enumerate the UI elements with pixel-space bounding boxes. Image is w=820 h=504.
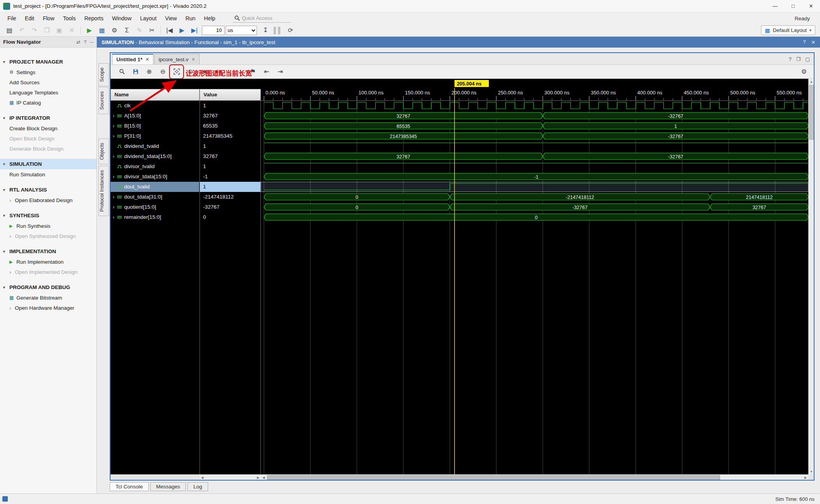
expand-icon[interactable]: ›	[111, 192, 117, 202]
waveform-canvas[interactable]: 0.000 ns50.000 ns100.000 ns150.000 ns200…	[261, 79, 808, 480]
signal-name-row[interactable]: dout_tvalid	[111, 182, 199, 192]
signal-name-row[interactable]: divisor_tvalid	[111, 161, 199, 172]
undo-icon[interactable]: ↶	[16, 25, 28, 35]
section-collapse-icon[interactable]: ▾	[3, 249, 9, 254]
menu-edit[interactable]: Edit	[21, 14, 39, 23]
side-tab-protocol-instances[interactable]: Protocol Instances	[98, 166, 109, 216]
run-time-input[interactable]	[202, 26, 225, 35]
section-collapse-icon[interactable]: ▾	[3, 60, 9, 64]
side-tab-scope[interactable]: Scope	[98, 63, 109, 86]
find-icon[interactable]	[116, 66, 128, 78]
menu-run[interactable]: Run	[181, 14, 200, 23]
close-button[interactable]: ✕	[802, 0, 820, 12]
zoom-to-cursor-icon[interactable]: ⊙	[184, 66, 196, 78]
flow-section-program-and-debug[interactable]: ▾PROGRAM AND DEBUG	[0, 282, 96, 293]
waveform-svg[interactable]: 0.000 ns50.000 ns100.000 ns150.000 ns200…	[261, 79, 808, 474]
restart-simulation-icon[interactable]: |◀	[164, 25, 175, 35]
signal-name-row[interactable]: ›dout_tdata[31:0]	[111, 192, 199, 202]
tab-ipcore-test-v[interactable]: ipcore_test.v✕	[154, 54, 200, 64]
help-icon[interactable]: ?	[803, 39, 806, 45]
scroll-up-icon[interactable]: ▲	[809, 79, 814, 84]
signal-name-row[interactable]: ›P[31:0]	[111, 131, 199, 141]
expand-icon[interactable]: ›	[9, 197, 15, 203]
scroll-right-icon[interactable]: ▶	[255, 475, 261, 480]
add-marker-icon[interactable]: ⚑	[247, 66, 259, 78]
menu-view[interactable]: View	[161, 14, 181, 23]
signal-name-row[interactable]: ›divisor_tdata[15:0]	[111, 172, 199, 182]
name-column-header[interactable]: Name	[111, 89, 200, 101]
run-design-icon[interactable]: ▶	[84, 25, 95, 35]
menu-file[interactable]: File	[3, 14, 21, 23]
value-column-scrollbar[interactable]: ◀ ▶	[200, 474, 261, 480]
layout-selector[interactable]: ▦ Default Layout ▾	[761, 25, 815, 35]
flow-section-implementation[interactable]: ▾IMPLEMENTATION	[0, 246, 96, 257]
expand-icon[interactable]: ›	[111, 202, 117, 212]
expand-icon[interactable]: ›	[111, 131, 117, 141]
expand-icon[interactable]: ›	[111, 172, 117, 182]
help-icon[interactable]: ?	[789, 57, 791, 62]
expand-icon[interactable]: ›	[111, 121, 117, 131]
expand-icon[interactable]: ›	[111, 212, 117, 222]
close-icon[interactable]: ✕	[192, 57, 195, 62]
scroll-right-icon[interactable]: ▶	[803, 475, 808, 480]
previous-transition-icon[interactable]: ⇤	[261, 66, 273, 78]
menu-help[interactable]: Help	[200, 14, 220, 23]
flow-item-open-block-design[interactable]: Open Block Design	[0, 133, 96, 144]
flow-item-create-block-design[interactable]: Create Block Design	[0, 123, 96, 133]
flow-item-open-implemented-design[interactable]: ›Open Implemented Design	[0, 267, 96, 277]
maximize-button[interactable]: □	[784, 0, 802, 12]
scroll-down-icon[interactable]: ▼	[809, 469, 814, 474]
signal-name-row[interactable]: ›remainder[15:0]	[111, 212, 199, 222]
flow-item-run-implementation[interactable]: ▶Run Implementation	[0, 257, 96, 267]
flow-item-ip-catalog[interactable]: ▦IP Catalog	[0, 98, 96, 108]
signal-value-cell[interactable]: 0	[200, 212, 260, 222]
signal-value-cell[interactable]: 32767	[200, 111, 260, 121]
debug-probe-icon[interactable]: ✂	[146, 25, 158, 35]
tab-untitled-1[interactable]: Untitled 1*✕	[112, 54, 153, 64]
wave-settings-gear-icon[interactable]: ⚙	[798, 66, 810, 78]
section-collapse-icon[interactable]: ▾	[3, 162, 9, 166]
run-for-time-icon[interactable]: ▶|	[189, 25, 200, 35]
expand-icon[interactable]: ›	[111, 111, 117, 121]
console-tab-tcl-console[interactable]: Tcl Console	[110, 482, 149, 491]
signal-value-cell[interactable]: -1	[200, 172, 260, 182]
flow-item-add-sources[interactable]: Add Sources	[0, 77, 96, 87]
swap-icon[interactable]: ⇄	[77, 39, 80, 45]
scrollbar-thumb[interactable]	[809, 85, 814, 140]
menu-tools[interactable]: Tools	[59, 14, 80, 23]
flow-item-settings[interactable]: ⚙Settings	[0, 67, 96, 77]
flow-item-generate-block-design[interactable]: Generate Block Design	[0, 144, 96, 154]
zoom-fit-icon[interactable]	[171, 66, 182, 78]
flow-section-rtl-analysis[interactable]: ▾RTL ANALYSIS	[0, 185, 96, 195]
section-collapse-icon[interactable]: ▾	[3, 188, 9, 192]
pause-icon[interactable]: ▌▌	[272, 25, 284, 35]
signal-value-cell[interactable]: 65535	[200, 121, 260, 131]
flow-section-simulation[interactable]: ▾SIMULATION	[0, 159, 96, 169]
value-column-header[interactable]: Value	[200, 89, 261, 101]
save-wave-config-icon[interactable]	[130, 66, 141, 78]
quick-access-box[interactable]	[233, 14, 291, 23]
quick-access-input[interactable]	[242, 15, 288, 21]
signal-value-cell[interactable]: -2147418112	[200, 192, 260, 202]
signal-value-cell[interactable]: -32767	[200, 202, 260, 212]
run-all-icon[interactable]: ▶	[176, 25, 188, 35]
flow-item-language-templates[interactable]: Language Templates	[0, 87, 96, 98]
menu-layout[interactable]: Layout	[136, 14, 161, 23]
menu-flow[interactable]: Flow	[39, 14, 59, 23]
paste-icon[interactable]: ▣	[53, 25, 65, 35]
signal-name-row[interactable]: clk	[111, 101, 199, 111]
console-tab-messages[interactable]: Messages	[150, 482, 186, 491]
float-icon[interactable]: ❐	[796, 56, 800, 62]
scrollbar-thumb[interactable]	[267, 475, 720, 480]
expand-icon[interactable]: ›	[9, 233, 15, 239]
flow-item-run-synthesis[interactable]: ▶Run Synthesis	[0, 221, 96, 231]
signal-name-row[interactable]: ›A[15:0]	[111, 111, 199, 121]
flow-item-open-synthesized-design[interactable]: ›Open Synthesized Design	[0, 231, 96, 241]
go-to-time-zero-icon[interactable]: |◀	[198, 66, 210, 78]
zoom-out-icon[interactable]: ⊖	[157, 66, 169, 78]
signal-name-row[interactable]: ›dividend_tdata[15:0]	[111, 151, 199, 161]
copy-icon[interactable]: ❐	[41, 25, 53, 35]
time-unit-select[interactable]: us	[226, 26, 257, 35]
flow-item-generate-bitstream[interactable]: ▩Generate Bitstream	[0, 293, 96, 303]
signal-value-cell[interactable]: 2147385345	[200, 131, 260, 141]
